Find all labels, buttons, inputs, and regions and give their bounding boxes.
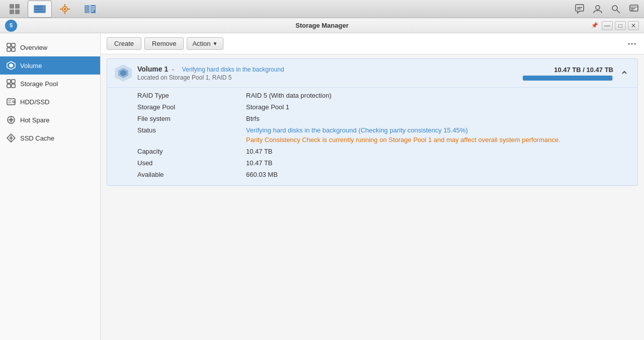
chat-taskbar-icon[interactable] [572, 1, 588, 17]
volume-usage-text: 10.47 TB / 10.47 TB [523, 66, 613, 74]
create-button[interactable]: Create [107, 37, 141, 50]
apps-taskbar-icon[interactable] [3, 1, 27, 18]
svg-point-52 [634, 43, 636, 44]
notification-taskbar-icon[interactable] [626, 1, 642, 17]
volume-name: Volume 1 [137, 65, 168, 73]
maximize-button[interactable]: □ [615, 21, 626, 30]
svg-marker-35 [9, 63, 13, 67]
svg-point-9 [43, 9, 44, 10]
content-area: Overview Volume [0, 33, 644, 340]
remove-button[interactable]: Remove [144, 37, 184, 50]
close-button[interactable]: ✕ [628, 21, 639, 30]
svg-rect-20 [91, 11, 94, 12]
sidebar-item-storage-pool-label: Storage Pool [20, 80, 58, 88]
sidebar-item-hdd-ssd[interactable]: HDD/SSD [0, 93, 100, 111]
svg-rect-3 [15, 10, 20, 14]
svg-point-8 [43, 6, 44, 7]
sidebar-item-volume-label: Volume [20, 62, 42, 70]
sidebar-item-hdd-ssd-label: HDD/SSD [20, 98, 50, 106]
storage-manager-window: S Storage Manager 📌 — □ ✕ Overvie [0, 18, 644, 340]
status-label: Status [137, 126, 238, 144]
raid-type-value: RAID 5 (With data protection) [246, 92, 630, 99]
overview-icon [6, 42, 16, 52]
sidebar-item-ssd-cache[interactable]: SSD Cache [0, 129, 100, 147]
volume-usage: 10.47 TB / 10.47 TB [523, 66, 613, 81]
used-label: Used [137, 159, 238, 167]
status-warning-text: Parity Consistency Check is currently ru… [246, 136, 630, 144]
available-label: Available [137, 171, 238, 178]
synology-logo: S [5, 20, 17, 32]
svg-point-15 [64, 8, 66, 10]
svg-rect-38 [7, 84, 11, 88]
svg-rect-2 [10, 10, 14, 14]
minimize-button[interactable]: — [602, 21, 613, 30]
svg-rect-36 [7, 80, 11, 83]
title-bar-controls: 📌 — □ ✕ [590, 21, 639, 30]
sidebar-item-overview[interactable]: Overview [0, 38, 100, 56]
window-title: Storage Manager [295, 22, 348, 29]
status-checking-text: (Checking parity consistency 15.45%) [358, 126, 468, 134]
status-verifying-text: Verifying hard disks in the background [246, 126, 357, 134]
file-manager-taskbar-icon[interactable] [78, 1, 102, 18]
sidebar-item-hot-spare-label: Hot Spare [20, 116, 50, 124]
svg-point-23 [596, 6, 600, 10]
pin-button[interactable]: 📌 [590, 21, 600, 30]
volume-progress-fill [523, 76, 612, 81]
title-bar: S Storage Manager 📌 — □ ✕ [0, 18, 644, 33]
svg-rect-22 [577, 9, 581, 10]
capacity-label: Capacity [137, 148, 238, 155]
svg-rect-30 [7, 43, 11, 47]
sidebar-item-overview-label: Overview [20, 44, 47, 51]
sidebar-item-storage-pool[interactable]: Storage Pool [0, 75, 100, 93]
volume-header: Volume 1 - Verifying hard disks in the b… [107, 59, 637, 87]
sidebar: Overview Volume [0, 33, 101, 340]
volume-subtitle: Located on Storage Pool 1, RAID 5 [137, 74, 284, 81]
volume-collapse-button[interactable] [618, 66, 630, 80]
user-taskbar-icon[interactable] [590, 1, 606, 17]
svg-point-51 [631, 43, 633, 44]
svg-rect-18 [91, 7, 95, 8]
volume-status-text: Verifying hard disks in the background [182, 66, 284, 73]
volume-separator: - [172, 65, 176, 73]
action-label: Action [192, 40, 210, 47]
svg-rect-31 [12, 43, 15, 47]
file-system-label: File system [137, 115, 238, 122]
svg-rect-19 [91, 9, 95, 10]
used-value: 10.47 TB [246, 159, 630, 167]
file-system-value: Btrfs [246, 115, 630, 122]
menu-icon[interactable] [626, 38, 638, 50]
svg-point-41 [13, 101, 15, 103]
svg-rect-7 [35, 11, 45, 12]
status-line1: Verifying hard disks in the background (… [246, 126, 630, 134]
svg-rect-1 [15, 4, 20, 9]
ssd-cache-icon [6, 133, 16, 143]
svg-rect-16 [85, 5, 90, 13]
sidebar-item-hot-spare[interactable]: Hot Spare [0, 111, 100, 129]
sidebar-item-ssd-cache-label: SSD Cache [20, 134, 54, 142]
svg-rect-39 [12, 84, 15, 88]
main-panel: Create Remove Action ▼ [101, 33, 644, 340]
volume-info: Volume 1 - Verifying hard disks in the b… [137, 65, 284, 81]
svg-rect-32 [7, 48, 11, 51]
toolbar: Create Remove Action ▼ [101, 33, 644, 54]
action-button[interactable]: Action ▼ [187, 37, 223, 50]
svg-rect-40 [7, 99, 15, 105]
available-value: 660.03 MB [246, 171, 630, 178]
storage-pool-value: Storage Pool 1 [246, 103, 630, 111]
svg-rect-21 [577, 7, 582, 8]
storage-taskbar-icon[interactable] [28, 1, 52, 18]
volume-title-row: Volume 1 - Verifying hard disks in the b… [137, 65, 284, 73]
storage-pool-label: Storage Pool [137, 103, 238, 111]
raid-type-label: RAID Type [137, 92, 238, 99]
volume-card-icon [114, 64, 132, 82]
capacity-value: 10.47 TB [246, 148, 630, 155]
search-taskbar-icon[interactable] [608, 1, 624, 17]
storage-pool-icon [6, 79, 16, 89]
svg-point-50 [628, 43, 630, 44]
svg-rect-28 [631, 8, 635, 9]
svg-rect-33 [12, 48, 15, 51]
status-value-container: Verifying hard disks in the background (… [246, 126, 630, 144]
control-panel-taskbar-icon[interactable] [53, 1, 77, 18]
sidebar-item-volume[interactable]: Volume [0, 56, 100, 75]
taskbar-right [572, 1, 642, 17]
